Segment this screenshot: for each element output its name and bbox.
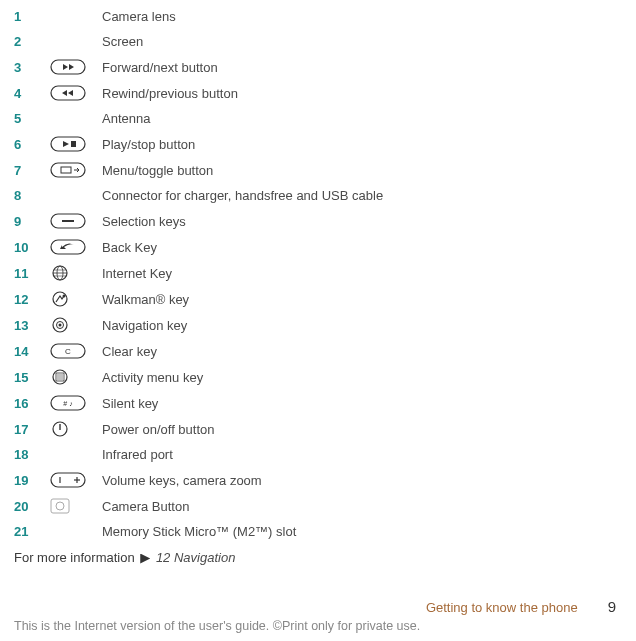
part-description: Navigation key xyxy=(98,312,626,338)
nav-icon xyxy=(46,312,98,338)
part-row: 3Forward/next button xyxy=(10,54,626,80)
part-row: 7Menu/toggle button xyxy=(10,157,626,183)
part-row: 4Rewind/previous button xyxy=(10,80,626,106)
power-icon xyxy=(46,416,98,442)
part-row: 20Camera Button xyxy=(10,493,626,519)
part-row: 1Camera lens xyxy=(10,4,626,29)
no-icon xyxy=(46,4,98,29)
playstop-icon xyxy=(46,131,98,157)
selection-icon xyxy=(46,208,98,234)
part-description: Antenna xyxy=(98,106,626,131)
part-number: 11 xyxy=(10,260,46,286)
part-description: Forward/next button xyxy=(98,54,626,80)
activity-icon xyxy=(46,364,98,390)
part-number: 7 xyxy=(10,157,46,183)
camera-icon xyxy=(46,493,98,519)
part-number: 13 xyxy=(10,312,46,338)
part-description: Power on/off button xyxy=(98,416,626,442)
no-icon xyxy=(46,29,98,54)
part-row: 16Silent key xyxy=(10,390,626,416)
no-icon xyxy=(46,442,98,467)
part-description: Connector for charger, handsfree and USB… xyxy=(98,183,626,208)
part-row: 5Antenna xyxy=(10,106,626,131)
part-row: 6Play/stop button xyxy=(10,131,626,157)
back-icon xyxy=(46,234,98,260)
walkman-icon xyxy=(46,286,98,312)
part-description: Memory Stick Micro™ (M2™) slot xyxy=(98,519,626,544)
volume-icon xyxy=(46,467,98,493)
part-number: 21 xyxy=(10,519,46,544)
part-description: Menu/toggle button xyxy=(98,157,626,183)
part-number: 8 xyxy=(10,183,46,208)
no-icon xyxy=(46,519,98,544)
internet-icon xyxy=(46,260,98,286)
part-row: 8Connector for charger, handsfree and US… xyxy=(10,183,626,208)
part-description: Play/stop button xyxy=(98,131,626,157)
part-number: 17 xyxy=(10,416,46,442)
part-number: 18 xyxy=(10,442,46,467)
part-number: 14 xyxy=(10,338,46,364)
part-row: 9Selection keys xyxy=(10,208,626,234)
part-row: 2Screen xyxy=(10,29,626,54)
arrow-icon xyxy=(140,554,150,564)
part-description: Clear key xyxy=(98,338,626,364)
menu-icon xyxy=(46,157,98,183)
part-description: Walkman® key xyxy=(98,286,626,312)
part-description: Volume keys, camera zoom xyxy=(98,467,626,493)
part-number: 12 xyxy=(10,286,46,312)
part-description: Screen xyxy=(98,29,626,54)
part-row: 19Volume keys, camera zoom xyxy=(10,467,626,493)
part-description: Activity menu key xyxy=(98,364,626,390)
no-icon xyxy=(46,106,98,131)
part-row: 10Back Key xyxy=(10,234,626,260)
footer-section: Getting to know the phone xyxy=(426,600,578,615)
part-number: 19 xyxy=(10,467,46,493)
more-info-prefix: For more information xyxy=(14,550,138,565)
part-number: 5 xyxy=(10,106,46,131)
more-info-line: For more information 12 Navigation xyxy=(10,544,626,565)
part-description: Selection keys xyxy=(98,208,626,234)
part-number: 9 xyxy=(10,208,46,234)
part-number: 3 xyxy=(10,54,46,80)
part-description: Silent key xyxy=(98,390,626,416)
rewind-icon xyxy=(46,80,98,106)
forward-icon xyxy=(46,54,98,80)
parts-table: 1Camera lens2Screen3Forward/next button4… xyxy=(10,4,626,544)
part-description: Infrared port xyxy=(98,442,626,467)
part-number: 16 xyxy=(10,390,46,416)
part-row: 18Infrared port xyxy=(10,442,626,467)
part-description: Camera Button xyxy=(98,493,626,519)
footer-notice: This is the Internet version of the user… xyxy=(14,615,622,633)
part-description: Camera lens xyxy=(98,4,626,29)
part-number: 20 xyxy=(10,493,46,519)
part-row: 17Power on/off button xyxy=(10,416,626,442)
part-description: Rewind/previous button xyxy=(98,80,626,106)
part-number: 15 xyxy=(10,364,46,390)
page-footer: Getting to know the phone 9 This is the … xyxy=(0,598,636,633)
part-description: Internet Key xyxy=(98,260,626,286)
part-row: 13Navigation key xyxy=(10,312,626,338)
part-number: 10 xyxy=(10,234,46,260)
more-info-link: 12 Navigation xyxy=(156,550,236,565)
clear-icon xyxy=(46,338,98,364)
part-row: 11Internet Key xyxy=(10,260,626,286)
part-row: 21Memory Stick Micro™ (M2™) slot xyxy=(10,519,626,544)
part-number: 4 xyxy=(10,80,46,106)
part-row: 12Walkman® key xyxy=(10,286,626,312)
footer-page-number: 9 xyxy=(608,598,616,615)
part-number: 6 xyxy=(10,131,46,157)
part-number: 1 xyxy=(10,4,46,29)
part-number: 2 xyxy=(10,29,46,54)
no-icon xyxy=(46,183,98,208)
part-description: Back Key xyxy=(98,234,626,260)
silent-icon xyxy=(46,390,98,416)
part-row: 15Activity menu key xyxy=(10,364,626,390)
part-row: 14Clear key xyxy=(10,338,626,364)
